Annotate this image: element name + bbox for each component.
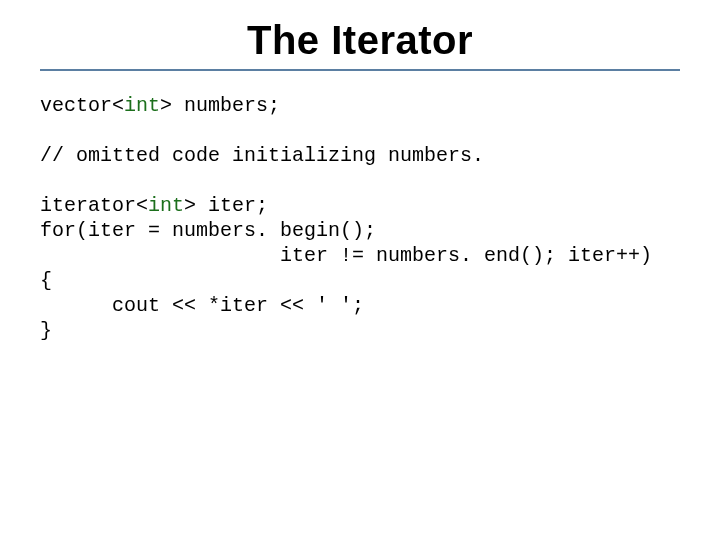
- code-line-5a: iterator<: [40, 194, 148, 217]
- code-line-7: iter != numbers. end(); iter++): [40, 244, 652, 267]
- code-line-5c: > iter;: [184, 194, 268, 217]
- code-line-10: }: [40, 319, 52, 342]
- code-line-6: for(iter = numbers. begin();: [40, 219, 376, 242]
- code-keyword-int-1: int: [124, 94, 160, 117]
- slide-title: The Iterator: [40, 18, 680, 63]
- code-line-1c: > numbers;: [160, 94, 280, 117]
- code-keyword-int-2: int: [148, 194, 184, 217]
- code-line-9: cout << *iter << ' ';: [40, 294, 364, 317]
- slide: The Iterator vector<int> numbers; // omi…: [0, 0, 720, 540]
- title-underline: [40, 69, 680, 71]
- code-block: vector<int> numbers; // omitted code ini…: [40, 93, 680, 343]
- code-line-3: // omitted code initializing numbers.: [40, 144, 484, 167]
- code-line-8: {: [40, 269, 52, 292]
- code-line-1a: vector<: [40, 94, 124, 117]
